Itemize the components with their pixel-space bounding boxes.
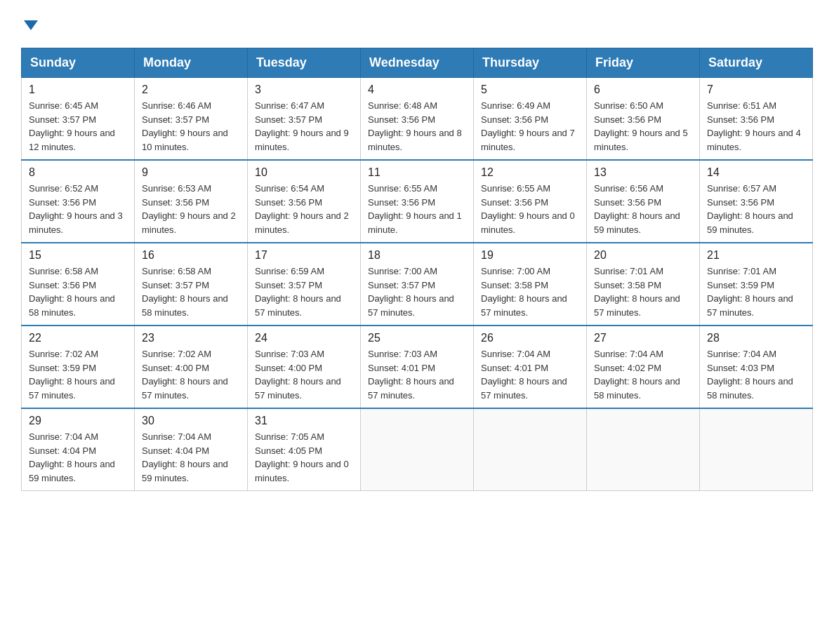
day-number: 9	[142, 166, 240, 179]
calendar-day-cell: 9Sunrise: 6:53 AMSunset: 3:56 PMDaylight…	[135, 160, 248, 243]
calendar-day-cell: 28Sunrise: 7:04 AMSunset: 4:03 PMDayligh…	[700, 326, 813, 408]
calendar-day-cell: 4Sunrise: 6:48 AMSunset: 3:56 PMDaylight…	[361, 78, 474, 161]
day-number: 30	[142, 415, 240, 427]
calendar-day-cell: 22Sunrise: 7:02 AMSunset: 3:59 PMDayligh…	[22, 326, 135, 408]
calendar-day-cell: 5Sunrise: 6:49 AMSunset: 3:56 PMDaylight…	[474, 78, 587, 161]
calendar-day-cell: 3Sunrise: 6:47 AMSunset: 3:57 PMDaylight…	[248, 78, 361, 161]
calendar-table: Sunday Monday Tuesday Wednesday Thursday…	[21, 48, 813, 491]
day-info: Sunrise: 6:54 AMSunset: 3:56 PMDaylight:…	[255, 182, 353, 236]
calendar-day-cell: 1Sunrise: 6:45 AMSunset: 3:57 PMDaylight…	[22, 78, 135, 161]
day-info: Sunrise: 6:59 AMSunset: 3:57 PMDaylight:…	[255, 264, 353, 319]
calendar-day-cell: 15Sunrise: 6:58 AMSunset: 3:56 PMDayligh…	[22, 243, 135, 326]
calendar-day-cell: 8Sunrise: 6:52 AMSunset: 3:56 PMDaylight…	[22, 160, 135, 243]
day-info: Sunrise: 7:04 AMSunset: 4:04 PMDaylight:…	[29, 430, 127, 485]
day-number: 15	[29, 249, 127, 262]
calendar-day-cell: 29Sunrise: 7:04 AMSunset: 4:04 PMDayligh…	[22, 408, 135, 491]
day-number: 24	[255, 332, 353, 344]
day-info: Sunrise: 6:49 AMSunset: 3:56 PMDaylight:…	[481, 99, 579, 154]
day-number: 17	[255, 249, 353, 262]
calendar-day-cell	[700, 408, 813, 491]
calendar-day-cell: 23Sunrise: 7:02 AMSunset: 4:00 PMDayligh…	[135, 326, 248, 408]
header-saturday: Saturday	[700, 48, 813, 78]
day-info: Sunrise: 6:51 AMSunset: 3:56 PMDaylight:…	[707, 99, 805, 154]
day-info: Sunrise: 7:04 AMSunset: 4:02 PMDaylight:…	[594, 347, 692, 402]
day-number: 28	[707, 332, 805, 344]
calendar-day-cell: 20Sunrise: 7:01 AMSunset: 3:58 PMDayligh…	[587, 243, 700, 326]
calendar-day-cell: 30Sunrise: 7:04 AMSunset: 4:04 PMDayligh…	[135, 408, 248, 491]
day-number: 2	[142, 83, 240, 96]
calendar-day-cell: 24Sunrise: 7:03 AMSunset: 4:00 PMDayligh…	[248, 326, 361, 408]
day-info: Sunrise: 7:00 AMSunset: 3:57 PMDaylight:…	[368, 264, 466, 319]
calendar-day-cell: 6Sunrise: 6:50 AMSunset: 3:56 PMDaylight…	[587, 78, 700, 161]
day-info: Sunrise: 6:55 AMSunset: 3:56 PMDaylight:…	[481, 182, 579, 236]
calendar-day-cell: 2Sunrise: 6:46 AMSunset: 3:57 PMDaylight…	[135, 78, 248, 161]
day-info: Sunrise: 7:03 AMSunset: 4:01 PMDaylight:…	[368, 347, 466, 402]
calendar-day-cell: 16Sunrise: 6:58 AMSunset: 3:57 PMDayligh…	[135, 243, 248, 326]
calendar-day-cell: 27Sunrise: 7:04 AMSunset: 4:02 PMDayligh…	[587, 326, 700, 408]
header-friday: Friday	[587, 48, 700, 78]
day-number: 7	[707, 83, 805, 96]
day-info: Sunrise: 6:46 AMSunset: 3:57 PMDaylight:…	[142, 99, 240, 154]
day-info: Sunrise: 6:45 AMSunset: 3:57 PMDaylight:…	[29, 99, 127, 154]
day-info: Sunrise: 7:02 AMSunset: 3:59 PMDaylight:…	[29, 347, 127, 402]
day-number: 1	[29, 83, 127, 96]
day-info: Sunrise: 6:47 AMSunset: 3:57 PMDaylight:…	[255, 99, 353, 154]
day-number: 8	[29, 166, 127, 179]
day-info: Sunrise: 6:57 AMSunset: 3:56 PMDaylight:…	[707, 182, 805, 236]
calendar-week-row: 22Sunrise: 7:02 AMSunset: 3:59 PMDayligh…	[22, 326, 813, 408]
day-info: Sunrise: 7:03 AMSunset: 4:00 PMDaylight:…	[255, 347, 353, 402]
calendar-day-cell: 26Sunrise: 7:04 AMSunset: 4:01 PMDayligh…	[474, 326, 587, 408]
day-number: 18	[368, 249, 466, 262]
day-number: 3	[255, 83, 353, 96]
logo-triangle-icon	[24, 20, 38, 30]
calendar-day-cell: 14Sunrise: 6:57 AMSunset: 3:56 PMDayligh…	[700, 160, 813, 243]
day-number: 21	[707, 249, 805, 262]
day-info: Sunrise: 6:55 AMSunset: 3:56 PMDaylight:…	[368, 182, 466, 236]
day-info: Sunrise: 6:53 AMSunset: 3:56 PMDaylight:…	[142, 182, 240, 236]
day-number: 11	[368, 166, 466, 179]
day-number: 5	[481, 83, 579, 96]
calendar-day-cell: 13Sunrise: 6:56 AMSunset: 3:56 PMDayligh…	[587, 160, 700, 243]
calendar-day-cell: 12Sunrise: 6:55 AMSunset: 3:56 PMDayligh…	[474, 160, 587, 243]
day-number: 22	[29, 332, 127, 344]
day-info: Sunrise: 6:58 AMSunset: 3:57 PMDaylight:…	[142, 264, 240, 319]
day-info: Sunrise: 7:04 AMSunset: 4:03 PMDaylight:…	[707, 347, 805, 402]
calendar-day-cell: 19Sunrise: 7:00 AMSunset: 3:58 PMDayligh…	[474, 243, 587, 326]
header-monday: Monday	[135, 48, 248, 78]
day-info: Sunrise: 7:01 AMSunset: 3:58 PMDaylight:…	[594, 264, 692, 319]
calendar-day-cell: 31Sunrise: 7:05 AMSunset: 4:05 PMDayligh…	[248, 408, 361, 491]
calendar-week-row: 29Sunrise: 7:04 AMSunset: 4:04 PMDayligh…	[22, 408, 813, 491]
day-info: Sunrise: 7:01 AMSunset: 3:59 PMDaylight:…	[707, 264, 805, 319]
day-number: 10	[255, 166, 353, 179]
day-info: Sunrise: 6:48 AMSunset: 3:56 PMDaylight:…	[368, 99, 466, 154]
calendar-day-cell: 7Sunrise: 6:51 AMSunset: 3:56 PMDaylight…	[700, 78, 813, 161]
day-number: 27	[594, 332, 692, 344]
day-info: Sunrise: 6:50 AMSunset: 3:56 PMDaylight:…	[594, 99, 692, 154]
day-info: Sunrise: 6:52 AMSunset: 3:56 PMDaylight:…	[29, 182, 127, 236]
day-number: 26	[481, 332, 579, 344]
day-info: Sunrise: 6:56 AMSunset: 3:56 PMDaylight:…	[594, 182, 692, 236]
day-number: 23	[142, 332, 240, 344]
calendar-day-cell: 25Sunrise: 7:03 AMSunset: 4:01 PMDayligh…	[361, 326, 474, 408]
header-tuesday: Tuesday	[248, 48, 361, 78]
day-number: 16	[142, 249, 240, 262]
day-number: 12	[481, 166, 579, 179]
day-info: Sunrise: 6:58 AMSunset: 3:56 PMDaylight:…	[29, 264, 127, 319]
calendar-day-cell: 18Sunrise: 7:00 AMSunset: 3:57 PMDayligh…	[361, 243, 474, 326]
day-number: 19	[481, 249, 579, 262]
day-number: 6	[594, 83, 692, 96]
day-info: Sunrise: 7:02 AMSunset: 4:00 PMDaylight:…	[142, 347, 240, 402]
calendar-day-cell: 10Sunrise: 6:54 AMSunset: 3:56 PMDayligh…	[248, 160, 361, 243]
day-number: 4	[368, 83, 466, 96]
day-number: 29	[29, 415, 127, 427]
day-info: Sunrise: 7:00 AMSunset: 3:58 PMDaylight:…	[481, 264, 579, 319]
calendar-day-cell: 11Sunrise: 6:55 AMSunset: 3:56 PMDayligh…	[361, 160, 474, 243]
calendar-day-cell	[474, 408, 587, 491]
day-info: Sunrise: 7:04 AMSunset: 4:04 PMDaylight:…	[142, 430, 240, 485]
day-number: 13	[594, 166, 692, 179]
calendar-week-row: 8Sunrise: 6:52 AMSunset: 3:56 PMDaylight…	[22, 160, 813, 243]
calendar-day-cell	[361, 408, 474, 491]
header-wednesday: Wednesday	[361, 48, 474, 78]
calendar-day-cell	[587, 408, 700, 491]
day-info: Sunrise: 7:04 AMSunset: 4:01 PMDaylight:…	[481, 347, 579, 402]
